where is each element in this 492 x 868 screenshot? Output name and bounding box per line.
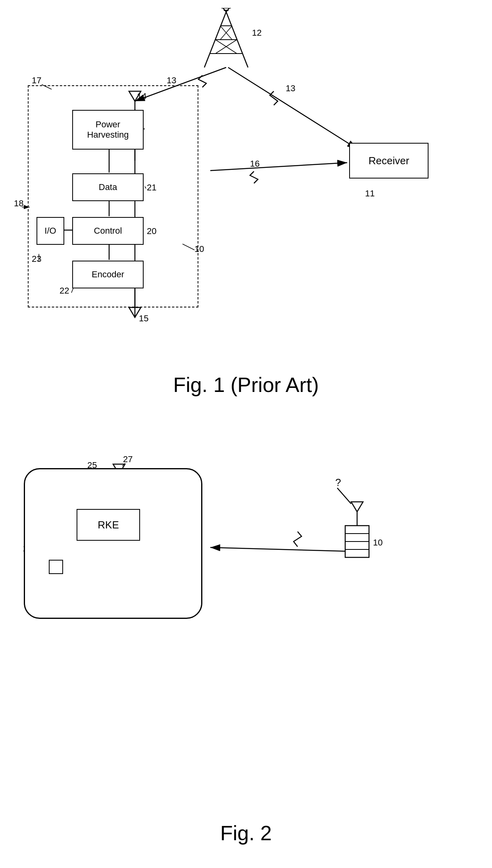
fig1-area: 12 13 13 16 14 15 — [12, 8, 480, 405]
data-label: Data — [99, 182, 117, 192]
svg-line-12 — [215, 40, 237, 54]
svg-line-5 — [226, 12, 248, 67]
svg-line-16 — [228, 67, 357, 149]
control-label: Control — [94, 226, 122, 236]
svg-line-50 — [210, 547, 353, 551]
fig2-caption: Fig. 2 — [12, 821, 480, 845]
svg-text:?: ? — [335, 476, 341, 488]
rke-block: RKE — [77, 509, 140, 541]
svg-marker-23 — [129, 307, 141, 317]
svg-rect-55 — [345, 526, 369, 557]
fig2-caption-text: Fig. 2 — [220, 822, 272, 845]
svg-line-52 — [337, 488, 351, 504]
io-label: I/O — [44, 226, 56, 236]
svg-line-18 — [210, 163, 347, 171]
receiver-block: Receiver — [349, 143, 429, 179]
power-harvesting-block: PowerHarvesting — [72, 110, 144, 150]
svg-line-9 — [220, 26, 232, 40]
svg-text:10: 10 — [373, 538, 382, 547]
svg-line-0 — [219, 8, 226, 12]
svg-text:11: 11 — [365, 188, 375, 198]
svg-line-10 — [220, 26, 232, 40]
rke-outer-box: RKE — [24, 468, 202, 619]
power-harvesting-label: PowerHarvesting — [87, 119, 129, 140]
page-container: 12 13 13 16 14 15 — [0, 0, 492, 868]
svg-text:13: 13 — [167, 75, 176, 85]
fig1-caption: Fig. 1 (Prior Art) — [12, 373, 480, 397]
left-square-26 — [49, 560, 63, 574]
encoder-label: Encoder — [92, 269, 124, 280]
svg-text:12: 12 — [252, 28, 261, 38]
svg-line-11 — [215, 40, 237, 54]
fig1-dashed-box: PowerHarvesting Data Control Encoder I/O — [28, 85, 198, 307]
svg-line-1 — [226, 8, 233, 12]
fig2-area: ? 10 — [12, 436, 480, 857]
svg-marker-51 — [351, 502, 363, 512]
svg-line-79 — [122, 463, 125, 466]
fig1-caption-text: Fig. 1 (Prior Art) — [173, 373, 319, 396]
rke-label: RKE — [98, 519, 119, 531]
svg-text:16: 16 — [250, 159, 259, 169]
receiver-label: Receiver — [369, 155, 409, 167]
svg-text:13: 13 — [286, 83, 295, 93]
io-block: I/O — [37, 217, 64, 245]
svg-text:17: 17 — [32, 75, 41, 85]
svg-line-4 — [204, 12, 226, 67]
svg-text:18: 18 — [14, 198, 23, 208]
encoder-block: Encoder — [72, 261, 144, 288]
svg-text:27: 27 — [123, 454, 133, 464]
svg-text:15: 15 — [139, 313, 148, 323]
data-block: Data — [72, 173, 144, 201]
control-block: Control — [72, 217, 144, 245]
